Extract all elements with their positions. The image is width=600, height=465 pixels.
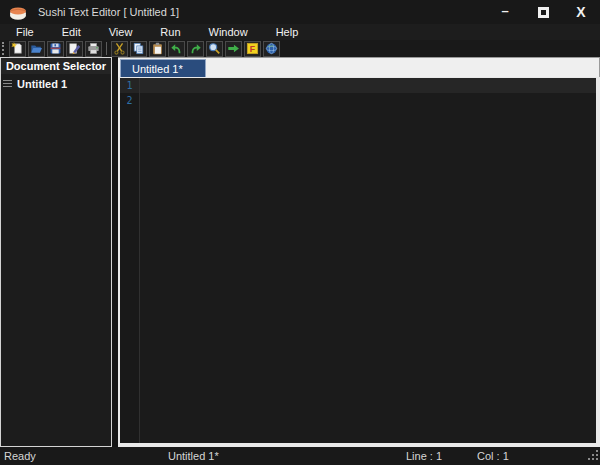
font-button[interactable]: F bbox=[244, 41, 261, 57]
document-list-item[interactable]: Untitled 1 bbox=[1, 76, 111, 91]
run-arrow-icon bbox=[227, 42, 240, 55]
minimize-button[interactable]: – bbox=[486, 0, 524, 24]
status-document-name: Untitled 1* bbox=[168, 450, 219, 462]
tab-strip: Untitled 1* bbox=[118, 57, 600, 77]
close-icon: X bbox=[576, 4, 585, 20]
status-ready: Ready bbox=[4, 450, 36, 462]
title-bar: Sushi Text Editor [ Untitled 1] – X bbox=[0, 0, 600, 24]
new-document-icon bbox=[11, 42, 24, 55]
new-document-button[interactable] bbox=[9, 41, 26, 57]
menu-item-file[interactable]: File bbox=[2, 24, 48, 40]
line-number: 1 bbox=[120, 78, 139, 93]
redo-button[interactable] bbox=[187, 41, 204, 57]
toolbar-separator bbox=[106, 42, 107, 55]
cut-button[interactable] bbox=[111, 41, 128, 57]
run-button[interactable] bbox=[225, 41, 242, 57]
printer-icon bbox=[87, 42, 100, 55]
line-number-gutter: 1 2 bbox=[120, 78, 140, 443]
cut-scissors-icon bbox=[113, 42, 126, 55]
search-icon bbox=[208, 42, 221, 55]
resize-grip[interactable] bbox=[588, 450, 598, 460]
edit-document-button[interactable] bbox=[66, 41, 83, 57]
tab-untitled-1[interactable]: Untitled 1* bbox=[120, 59, 206, 78]
menu-item-view[interactable]: View bbox=[95, 24, 147, 40]
open-folder-icon bbox=[30, 42, 43, 55]
undo-button[interactable] bbox=[168, 41, 185, 57]
paste-clipboard-icon bbox=[151, 42, 164, 55]
print-button[interactable] bbox=[85, 41, 102, 57]
maximize-icon bbox=[538, 7, 549, 18]
status-col-indicator: Col : 1 bbox=[477, 450, 509, 462]
window-title: Sushi Text Editor [ Untitled 1] bbox=[38, 6, 179, 18]
web-button[interactable] bbox=[263, 41, 280, 57]
menu-item-edit[interactable]: Edit bbox=[48, 24, 95, 40]
status-line-indicator: Line : 1 bbox=[406, 450, 442, 462]
redo-arrow-icon bbox=[189, 42, 202, 55]
code-editor: 1 2 bbox=[120, 78, 596, 443]
toolbar: F bbox=[0, 40, 600, 57]
document-selector-header: Document Selector bbox=[1, 58, 111, 74]
sushi-app-icon bbox=[9, 5, 27, 20]
minimize-icon: – bbox=[501, 3, 508, 18]
maximize-button[interactable] bbox=[524, 0, 562, 24]
font-icon: F bbox=[246, 42, 259, 55]
toolbar-grip-handle[interactable] bbox=[2, 42, 4, 55]
close-button[interactable]: X bbox=[562, 0, 600, 24]
copy-button[interactable] bbox=[130, 41, 147, 57]
editor-content[interactable] bbox=[140, 78, 596, 443]
status-bar: Ready Untitled 1* Line : 1 Col : 1 bbox=[0, 447, 600, 465]
edit-pen-icon bbox=[68, 42, 81, 55]
document-selector-panel: Document Selector Untitled 1 bbox=[0, 57, 112, 447]
search-button[interactable] bbox=[206, 41, 223, 57]
menu-item-run[interactable]: Run bbox=[146, 24, 194, 40]
save-button[interactable] bbox=[47, 41, 64, 57]
document-item-icon bbox=[3, 80, 12, 87]
save-floppy-icon bbox=[49, 42, 62, 55]
paste-button[interactable] bbox=[149, 41, 166, 57]
copy-icon bbox=[132, 42, 145, 55]
undo-arrow-icon bbox=[170, 42, 183, 55]
menu-item-window[interactable]: Window bbox=[195, 24, 262, 40]
svg-text:F: F bbox=[250, 44, 255, 54]
globe-icon bbox=[265, 42, 278, 55]
current-line-highlight bbox=[140, 78, 596, 93]
menu-bar: File Edit View Run Window Help bbox=[0, 24, 600, 40]
editor-tab-page: 1 2 bbox=[118, 77, 600, 447]
document-item-label: Untitled 1 bbox=[17, 78, 67, 90]
open-file-button[interactable] bbox=[28, 41, 45, 57]
menu-item-help[interactable]: Help bbox=[262, 24, 313, 40]
line-number: 2 bbox=[120, 93, 139, 108]
tab-label: Untitled 1* bbox=[132, 63, 183, 75]
